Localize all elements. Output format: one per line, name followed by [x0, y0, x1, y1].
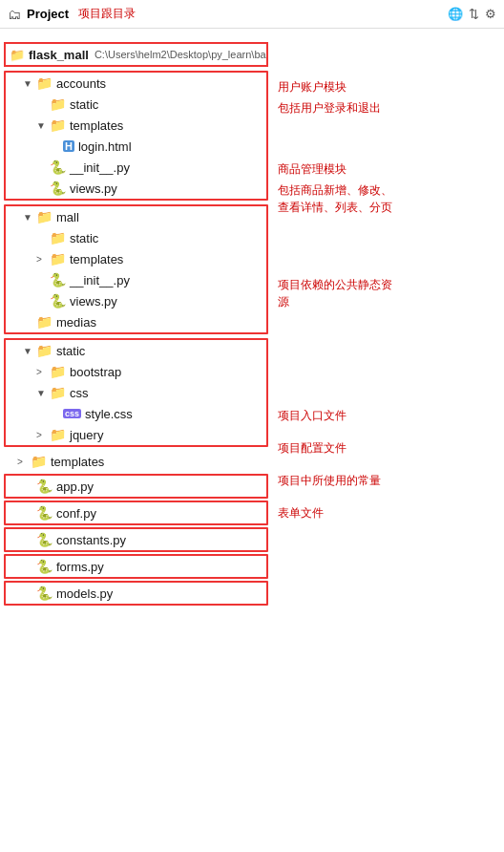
label-static: static [56, 344, 85, 358]
tree-item-forms-py[interactable]: 🐍 forms.py [6, 556, 266, 577]
tree-item-login-html[interactable]: H login.html [6, 136, 266, 157]
label-style-css: style.css [85, 407, 133, 421]
ann-conf-py: 项目配置文件 [278, 437, 346, 458]
arrow-templates: > [17, 457, 31, 467]
py-icon-app-py: 🐍 [36, 479, 52, 494]
arrow-css: ▼ [36, 388, 50, 398]
folder-icon-mall: 📁 [36, 209, 52, 224]
py-icon-constants-py: 🐍 [36, 532, 52, 547]
app-py-box: 🐍 app.py [4, 474, 268, 499]
folder-icon: 📁 [10, 48, 25, 62]
py-icon-accounts-views: 🐍 [50, 181, 66, 196]
globe-icon[interactable]: 🌐 [448, 7, 463, 21]
label-forms-py: forms.py [56, 560, 104, 574]
tree-item-mall-templates[interactable]: > 📁 templates [6, 248, 266, 269]
arrow-accounts: ▼ [23, 78, 36, 89]
folder-icon-medias: 📁 [36, 314, 52, 330]
tree-item-accounts-static[interactable]: 📁 static [6, 94, 266, 115]
py-icon-models-py: 🐍 [36, 586, 52, 601]
folder-icon-mall-static: 📁 [50, 230, 66, 245]
label-app-py: app.py [56, 479, 94, 494]
label-mall-views: views.py [70, 294, 117, 309]
css-icon-style: css [63, 409, 81, 418]
arrow-jquery: > [36, 430, 50, 440]
forms-py-box: 🐍 forms.py [4, 554, 268, 579]
annotations-panel: 用户账户模块 包括用户登录和退出 商品管理模块 包括商品新增、修改、 查看详情、… [272, 34, 504, 611]
label-mall: mall [56, 210, 79, 224]
tree-panel: 📁 flask_mall C:\Users\helm2\Desktop\py_l… [0, 34, 272, 611]
html-icon-login: H [63, 140, 74, 152]
folder-icon-mall-templates: 📁 [50, 251, 66, 266]
folder-icon-jquery: 📁 [50, 427, 66, 442]
py-icon-forms-py: 🐍 [36, 559, 52, 574]
label-conf-py: conf.py [56, 506, 96, 521]
folder-icon-accounts: 📁 [36, 75, 52, 91]
label-mall-init: __init__.py [70, 273, 130, 288]
label-constants-py: constants.py [56, 533, 126, 547]
conf-py-box: 🐍 conf.py [4, 501, 268, 525]
models-py-box: 🐍 models.py [4, 581, 268, 606]
arrow-mall-templates: > [36, 254, 50, 265]
tree-item-accounts-templates[interactable]: ▼ 📁 templates [6, 115, 266, 136]
tree-item-accounts[interactable]: ▼ 📁 accounts [6, 73, 266, 94]
label-models-py: models.py [56, 586, 113, 601]
tree-item-mall-views[interactable]: 🐍 views.py [6, 290, 266, 311]
label-login-html: login.html [78, 139, 132, 154]
folder-icon-static: 📁 [36, 343, 52, 358]
tree-item-accounts-views[interactable]: 🐍 views.py [6, 178, 266, 199]
label-templates: templates [51, 455, 104, 469]
arrow-bootstrap: > [36, 367, 50, 377]
toolbar[interactable]: 🌐 ⇅ ⚙ [448, 7, 496, 21]
sort-icon[interactable]: ⇅ [469, 7, 479, 21]
label-accounts: accounts [56, 76, 106, 91]
label-medias: medias [56, 315, 96, 330]
settings-icon[interactable]: ⚙ [485, 7, 496, 21]
tree-item-static[interactable]: ▼ 📁 static [6, 340, 266, 361]
tree-item-accounts-init[interactable]: 🐍 __init__.py [6, 157, 266, 178]
ann-constants-py: 项目中所使用的常量 [278, 470, 381, 491]
folder-icon-css: 📁 [50, 385, 66, 400]
ann-mall-1: 商品管理模块 [278, 159, 498, 180]
label-jquery: jquery [70, 428, 103, 442]
flask-mall-row[interactable]: 📁 flask_mall C:\Users\helm2\Desktop\py_l… [4, 42, 268, 67]
path-label: 项目跟目录 [78, 6, 136, 22]
ann-mall-2: 包括商品新增、修改、 查看详情、列表、分页 [278, 180, 498, 218]
label-accounts-views: views.py [70, 181, 117, 196]
tree-item-mall-static[interactable]: 📁 static [6, 227, 266, 248]
folder-icon-bootstrap: 📁 [50, 364, 66, 379]
py-icon-accounts-init: 🐍 [50, 160, 66, 175]
tree-item-templates[interactable]: > 📁 templates [0, 451, 272, 472]
tree-item-mall[interactable]: ▼ 📁 mall [6, 206, 266, 227]
tree-item-medias[interactable]: 📁 medias [6, 311, 266, 332]
tree-item-bootstrap[interactable]: > 📁 bootstrap [6, 361, 266, 382]
label-accounts-static: static [70, 97, 98, 112]
tree-item-conf-py[interactable]: 🐍 conf.py [6, 502, 266, 523]
ann-app-py: 项目入口文件 [278, 405, 346, 426]
constants-py-box: 🐍 constants.py [4, 527, 268, 552]
tree-item-mall-init[interactable]: 🐍 __init__.py [6, 269, 266, 290]
label-css: css [70, 386, 89, 400]
arrow-accounts-templates: ▼ [36, 120, 50, 131]
py-icon-mall-init: 🐍 [50, 272, 66, 288]
tree-item-constants-py[interactable]: 🐍 constants.py [6, 529, 266, 550]
label-accounts-templates: templates [70, 118, 123, 133]
label-bootstrap: bootstrap [70, 365, 121, 379]
py-icon-mall-views: 🐍 [50, 293, 66, 309]
static-group: ▼ 📁 static > 📁 bootstrap ▼ 📁 css css sty… [4, 338, 268, 447]
mall-group: ▼ 📁 mall 📁 static > 📁 templates 🐍 __init… [4, 204, 268, 334]
tree-item-css[interactable]: ▼ 📁 css [6, 382, 266, 403]
label-accounts-init: __init__.py [70, 160, 130, 175]
ann-accounts-2: 包括用户登录和退出 [278, 97, 498, 118]
tree-item-app-py[interactable]: 🐍 app.py [6, 476, 266, 497]
tree-item-models-py[interactable]: 🐍 models.py [6, 583, 266, 604]
label-mall-templates: templates [70, 252, 123, 266]
flask-mall-path: C:\Users\helm2\Desktop\py_learn\ba [94, 49, 266, 60]
arrow-static: ▼ [23, 346, 36, 356]
ann-forms-py: 表单文件 [278, 502, 324, 523]
tree-item-style-css[interactable]: css style.css [6, 403, 266, 424]
tree-item-jquery[interactable]: > 📁 jquery [6, 424, 266, 445]
py-icon-conf-py: 🐍 [36, 505, 52, 521]
arrow-mall: ▼ [23, 212, 36, 223]
folder-icon-accounts-templates: 📁 [50, 117, 66, 133]
project-icon: 🗂 [8, 7, 21, 22]
